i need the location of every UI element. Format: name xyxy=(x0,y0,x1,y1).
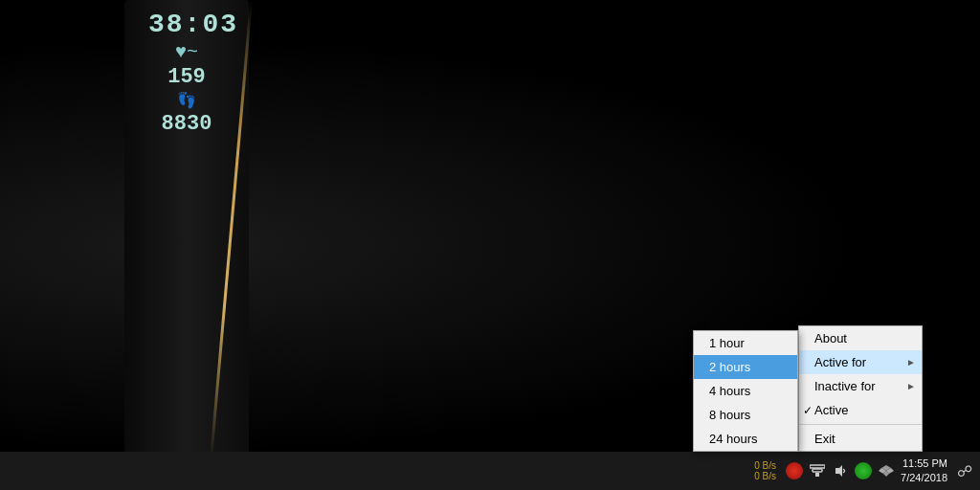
tray-icon-green[interactable] xyxy=(855,462,872,479)
menu-item-about[interactable]: About xyxy=(799,326,922,350)
inactive-for-arrow-icon: ► xyxy=(906,381,916,391)
menu-item-8hours[interactable]: 8 hours xyxy=(694,403,797,427)
menu-item-4hours[interactable]: 4 hours xyxy=(694,379,797,403)
context-menu-hours: 1 hour 2 hours 4 hours 8 hours 24 hours xyxy=(693,330,798,452)
menu-item-2hours[interactable]: 2 hours xyxy=(694,355,797,379)
menu-item-24hours[interactable]: 24 hours xyxy=(694,427,797,451)
network-down: 0 B/s xyxy=(754,471,776,481)
menu-item-24hours-label: 24 hours xyxy=(709,432,758,446)
menu-item-active[interactable]: ✓ Active xyxy=(799,398,922,422)
taskbar-date: 7/24/2018 xyxy=(901,471,947,485)
tray-icon-red[interactable] xyxy=(786,462,803,479)
device-bpm: 159 xyxy=(148,65,225,89)
steps-icon: 👣 xyxy=(148,91,225,110)
menu-item-active-for[interactable]: Active for ► xyxy=(799,350,922,374)
menu-item-exit-label: Exit xyxy=(814,432,835,446)
menu-separator xyxy=(799,424,922,425)
heart-icon: ♥~ xyxy=(148,41,225,63)
active-checkmark-icon: ✓ xyxy=(803,404,813,417)
menu-item-4hours-label: 4 hours xyxy=(709,384,750,398)
menu-item-about-label: About xyxy=(814,331,847,345)
network-up: 0 B/s xyxy=(754,460,776,471)
menu-item-active-for-label: Active for xyxy=(814,355,866,369)
device-steps: 8830 xyxy=(148,112,225,136)
tray-icon-dropbox[interactable] xyxy=(878,462,895,479)
taskbar-clock: 11:55 PM xyxy=(901,457,947,471)
device-time: 38:03 xyxy=(148,10,225,39)
menu-item-inactive-for[interactable]: Inactive for ► xyxy=(799,374,922,398)
context-menu-main: About Active for ► Inactive for ► ✓ Acti… xyxy=(798,325,923,452)
notification-button[interactable]: ☍ xyxy=(957,462,972,480)
menu-item-inactive-for-label: Inactive for xyxy=(814,379,876,393)
tray-icon-network[interactable] xyxy=(809,462,826,479)
taskbar: 0 B/s 0 B/s xyxy=(0,452,980,490)
tray-icon-volume[interactable] xyxy=(832,462,849,479)
device-display: 38:03 ♥~ 159 👣 8830 xyxy=(148,10,225,136)
menu-item-exit[interactable]: Exit xyxy=(799,427,922,451)
svg-rect-2 xyxy=(810,465,825,468)
menu-item-1hour[interactable]: 1 hour xyxy=(694,331,797,355)
active-for-arrow-icon: ► xyxy=(906,357,916,368)
network-widget: 0 B/s 0 B/s xyxy=(754,460,776,481)
menu-item-2hours-label: 2 hours xyxy=(709,360,750,374)
svg-rect-1 xyxy=(813,469,822,472)
menu-item-active-label: Active xyxy=(814,403,848,417)
taskbar-right: 0 B/s 0 B/s xyxy=(754,457,980,486)
menu-item-8hours-label: 8 hours xyxy=(709,408,750,422)
svg-rect-0 xyxy=(815,473,819,477)
svg-marker-3 xyxy=(835,465,842,477)
taskbar-time: 11:55 PM 7/24/2018 xyxy=(901,457,947,486)
menu-item-1hour-label: 1 hour xyxy=(709,336,745,350)
